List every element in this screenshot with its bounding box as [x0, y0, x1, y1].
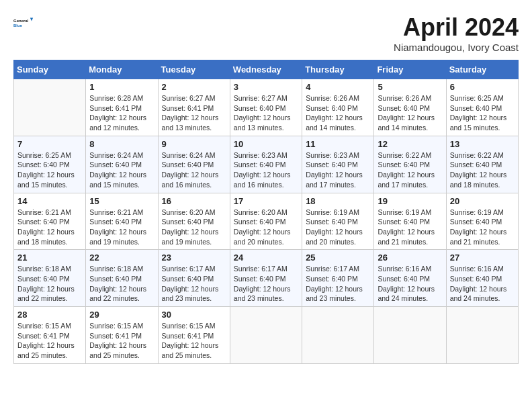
calendar-cell: 17Sunrise: 6:20 AM Sunset: 6:40 PM Dayli… [230, 193, 302, 250]
week-row-3: 14Sunrise: 6:21 AM Sunset: 6:40 PM Dayli… [14, 193, 519, 250]
weekday-header-row: SundayMondayTuesdayWednesdayThursdayFrid… [14, 60, 519, 79]
calendar-cell: 25Sunrise: 6:17 AM Sunset: 6:40 PM Dayli… [302, 250, 374, 307]
day-number: 20 [450, 196, 515, 206]
calendar-cell: 26Sunrise: 6:16 AM Sunset: 6:40 PM Dayli… [374, 250, 446, 307]
svg-marker-2 [30, 17, 33, 21]
day-number: 18 [306, 196, 370, 206]
calendar-cell: 12Sunrise: 6:22 AM Sunset: 6:40 PM Dayli… [374, 136, 446, 193]
day-number: 29 [89, 310, 154, 320]
week-row-5: 28Sunrise: 6:15 AM Sunset: 6:41 PM Dayli… [14, 307, 519, 364]
month-title: April 2024 [394, 13, 519, 42]
day-info: Sunrise: 6:19 AM Sunset: 6:40 PM Dayligh… [450, 208, 515, 247]
day-number: 11 [306, 139, 370, 149]
day-info: Sunrise: 6:21 AM Sunset: 6:40 PM Dayligh… [17, 208, 82, 247]
day-number: 21 [17, 253, 82, 263]
day-info: Sunrise: 6:25 AM Sunset: 6:40 PM Dayligh… [17, 150, 82, 190]
calendar-cell [374, 307, 446, 364]
svg-text:Blue: Blue [13, 24, 23, 28]
calendar-cell: 11Sunrise: 6:23 AM Sunset: 6:40 PM Dayli… [302, 136, 374, 193]
day-info: Sunrise: 6:18 AM Sunset: 6:40 PM Dayligh… [89, 264, 154, 304]
day-info: Sunrise: 6:20 AM Sunset: 6:40 PM Dayligh… [234, 208, 298, 247]
calendar-cell: 2Sunrise: 6:27 AM Sunset: 6:41 PM Daylig… [158, 79, 230, 136]
day-info: Sunrise: 6:23 AM Sunset: 6:40 PM Dayligh… [306, 150, 370, 190]
day-number: 12 [378, 139, 442, 149]
day-info: Sunrise: 6:19 AM Sunset: 6:40 PM Dayligh… [378, 208, 442, 247]
weekday-header-friday: Friday [374, 60, 446, 79]
day-info: Sunrise: 6:15 AM Sunset: 6:41 PM Dayligh… [17, 321, 82, 361]
calendar-cell [230, 307, 302, 364]
day-info: Sunrise: 6:16 AM Sunset: 6:40 PM Dayligh… [450, 264, 515, 304]
weekday-header-tuesday: Tuesday [158, 60, 230, 79]
calendar-cell: 28Sunrise: 6:15 AM Sunset: 6:41 PM Dayli… [14, 307, 86, 364]
calendar-cell: 27Sunrise: 6:16 AM Sunset: 6:40 PM Dayli… [446, 250, 518, 307]
day-number: 26 [378, 253, 442, 263]
week-row-1: 1Sunrise: 6:28 AM Sunset: 6:41 PM Daylig… [14, 79, 519, 136]
day-info: Sunrise: 6:21 AM Sunset: 6:40 PM Dayligh… [89, 208, 154, 247]
calendar-table: SundayMondayTuesdayWednesdayThursdayFrid… [13, 60, 519, 364]
logo: GeneralBlue General Blue [13, 13, 34, 34]
day-info: Sunrise: 6:17 AM Sunset: 6:40 PM Dayligh… [306, 264, 370, 304]
calendar-cell [302, 307, 374, 364]
calendar-cell: 18Sunrise: 6:19 AM Sunset: 6:40 PM Dayli… [302, 193, 374, 250]
calendar-cell: 7Sunrise: 6:25 AM Sunset: 6:40 PM Daylig… [14, 136, 86, 193]
day-number: 5 [378, 82, 442, 92]
calendar-cell: 9Sunrise: 6:24 AM Sunset: 6:40 PM Daylig… [158, 136, 230, 193]
calendar-cell: 5Sunrise: 6:26 AM Sunset: 6:40 PM Daylig… [374, 79, 446, 136]
calendar-cell: 15Sunrise: 6:21 AM Sunset: 6:40 PM Dayli… [86, 193, 158, 250]
day-number: 25 [306, 253, 370, 263]
day-number: 7 [17, 139, 82, 149]
calendar-cell: 16Sunrise: 6:20 AM Sunset: 6:40 PM Dayli… [158, 193, 230, 250]
day-number: 13 [450, 139, 515, 149]
day-info: Sunrise: 6:17 AM Sunset: 6:40 PM Dayligh… [162, 264, 226, 304]
day-number: 16 [162, 196, 226, 206]
day-info: Sunrise: 6:18 AM Sunset: 6:40 PM Dayligh… [17, 264, 82, 304]
day-info: Sunrise: 6:15 AM Sunset: 6:41 PM Dayligh… [162, 321, 226, 361]
calendar-cell [14, 79, 86, 136]
title-block: April 2024 Niamandougou, Ivory Coast [394, 13, 519, 53]
day-info: Sunrise: 6:19 AM Sunset: 6:40 PM Dayligh… [306, 208, 370, 247]
day-number: 27 [450, 253, 515, 263]
logo-icon: GeneralBlue [13, 13, 34, 34]
day-number: 10 [234, 139, 298, 149]
page-header: GeneralBlue General Blue April 2024 Niam… [13, 13, 519, 53]
calendar-cell: 20Sunrise: 6:19 AM Sunset: 6:40 PM Dayli… [446, 193, 518, 250]
day-number: 22 [89, 253, 154, 263]
calendar-cell: 29Sunrise: 6:15 AM Sunset: 6:41 PM Dayli… [86, 307, 158, 364]
weekday-header-monday: Monday [86, 60, 158, 79]
calendar-cell: 24Sunrise: 6:17 AM Sunset: 6:40 PM Dayli… [230, 250, 302, 307]
day-info: Sunrise: 6:17 AM Sunset: 6:40 PM Dayligh… [234, 264, 298, 304]
calendar-cell: 6Sunrise: 6:25 AM Sunset: 6:40 PM Daylig… [446, 79, 518, 136]
day-number: 17 [234, 196, 298, 206]
week-row-2: 7Sunrise: 6:25 AM Sunset: 6:40 PM Daylig… [14, 136, 519, 193]
day-info: Sunrise: 6:24 AM Sunset: 6:40 PM Dayligh… [89, 150, 154, 190]
day-info: Sunrise: 6:27 AM Sunset: 6:41 PM Dayligh… [162, 93, 226, 133]
day-info: Sunrise: 6:27 AM Sunset: 6:40 PM Dayligh… [234, 93, 298, 133]
day-number: 1 [89, 82, 154, 92]
day-number: 24 [234, 253, 298, 263]
calendar-cell: 1Sunrise: 6:28 AM Sunset: 6:41 PM Daylig… [86, 79, 158, 136]
calendar-cell: 3Sunrise: 6:27 AM Sunset: 6:40 PM Daylig… [230, 79, 302, 136]
day-info: Sunrise: 6:28 AM Sunset: 6:41 PM Dayligh… [89, 93, 154, 133]
day-info: Sunrise: 6:25 AM Sunset: 6:40 PM Dayligh… [450, 93, 515, 133]
calendar-cell: 22Sunrise: 6:18 AM Sunset: 6:40 PM Dayli… [86, 250, 158, 307]
day-number: 4 [306, 82, 370, 92]
day-info: Sunrise: 6:15 AM Sunset: 6:41 PM Dayligh… [89, 321, 154, 361]
day-number: 19 [378, 196, 442, 206]
week-row-4: 21Sunrise: 6:18 AM Sunset: 6:40 PM Dayli… [14, 250, 519, 307]
day-info: Sunrise: 6:20 AM Sunset: 6:40 PM Dayligh… [162, 208, 226, 247]
calendar-cell: 21Sunrise: 6:18 AM Sunset: 6:40 PM Dayli… [14, 250, 86, 307]
day-number: 2 [162, 82, 226, 92]
calendar-cell: 10Sunrise: 6:23 AM Sunset: 6:40 PM Dayli… [230, 136, 302, 193]
day-number: 15 [89, 196, 154, 206]
calendar-cell: 14Sunrise: 6:21 AM Sunset: 6:40 PM Dayli… [14, 193, 86, 250]
day-info: Sunrise: 6:23 AM Sunset: 6:40 PM Dayligh… [234, 150, 298, 190]
day-info: Sunrise: 6:16 AM Sunset: 6:40 PM Dayligh… [378, 264, 442, 304]
day-info: Sunrise: 6:22 AM Sunset: 6:40 PM Dayligh… [378, 150, 442, 190]
day-number: 6 [450, 82, 515, 92]
day-info: Sunrise: 6:24 AM Sunset: 6:40 PM Dayligh… [162, 150, 226, 190]
day-info: Sunrise: 6:26 AM Sunset: 6:40 PM Dayligh… [306, 93, 370, 133]
calendar-cell: 30Sunrise: 6:15 AM Sunset: 6:41 PM Dayli… [158, 307, 230, 364]
day-info: Sunrise: 6:22 AM Sunset: 6:40 PM Dayligh… [450, 150, 515, 190]
day-number: 23 [162, 253, 226, 263]
day-number: 28 [17, 310, 82, 320]
